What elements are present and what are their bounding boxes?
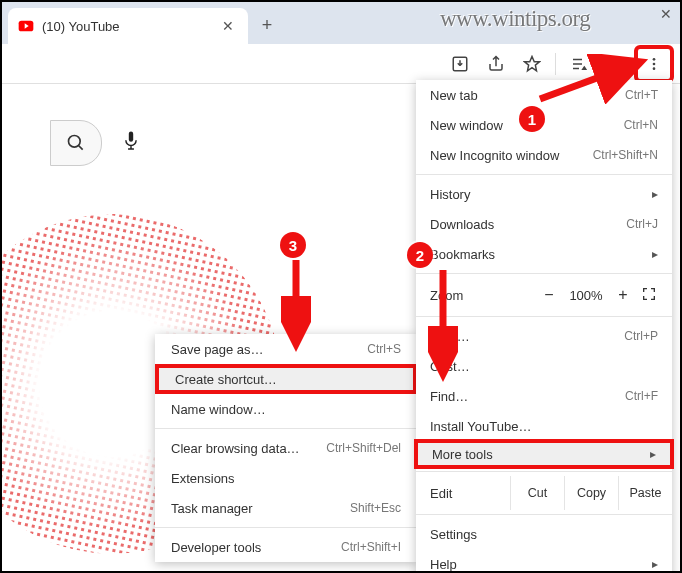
menu-edit-row: Edit Cut Copy Paste [416, 476, 672, 510]
annotation-arrow-2 [428, 270, 458, 390]
tab-strip: (10) YouTube ✕ + ✕ [2, 2, 680, 44]
zoom-out-button[interactable]: − [536, 286, 562, 304]
annotation-arrow-1 [535, 54, 655, 104]
menu-history[interactable]: History▸ [416, 179, 672, 209]
menu-more-tools[interactable]: More tools▸ [414, 439, 674, 469]
menu-help[interactable]: Help▸ [416, 549, 672, 573]
zoom-in-button[interactable]: + [610, 286, 636, 304]
menu-install-youtube[interactable]: Install YouTube… [416, 411, 672, 441]
submenu-extensions[interactable]: Extensions [155, 463, 417, 493]
annotation-2: 2 [407, 242, 433, 268]
annotation-3: 3 [280, 232, 306, 258]
menu-downloads[interactable]: DownloadsCtrl+J [416, 209, 672, 239]
zoom-level-value: 100% [562, 288, 610, 303]
annotation-arrow-3 [281, 260, 311, 360]
submenu-clear-browsing-data[interactable]: Clear browsing data…Ctrl+Shift+Del [155, 433, 417, 463]
menu-settings[interactable]: Settings [416, 519, 672, 549]
share-icon[interactable] [479, 47, 513, 81]
annotation-1: 1 [519, 106, 545, 132]
window-close-icon[interactable]: ✕ [660, 6, 672, 22]
tab-title: (10) YouTube [42, 19, 210, 34]
search-button[interactable] [50, 120, 102, 166]
close-tab-icon[interactable]: ✕ [218, 18, 238, 34]
edit-label: Edit [416, 476, 510, 510]
edit-copy-button[interactable]: Copy [564, 476, 618, 510]
fullscreen-icon[interactable] [636, 286, 662, 305]
svg-rect-10 [129, 131, 133, 141]
edit-paste-button[interactable]: Paste [618, 476, 672, 510]
more-tools-submenu: Save page as…Ctrl+S Create shortcut… Nam… [155, 334, 417, 562]
install-app-icon[interactable] [443, 47, 477, 81]
menu-new-incognito[interactable]: New Incognito windowCtrl+Shift+N [416, 140, 672, 170]
submenu-task-manager[interactable]: Task managerShift+Esc [155, 493, 417, 523]
edit-cut-button[interactable]: Cut [510, 476, 564, 510]
new-tab-button[interactable]: + [252, 10, 282, 40]
submenu-create-shortcut[interactable]: Create shortcut… [155, 364, 417, 394]
voice-search-icon[interactable] [122, 130, 140, 157]
youtube-icon [18, 18, 34, 34]
svg-point-8 [69, 136, 81, 148]
svg-line-9 [79, 146, 83, 150]
submenu-developer-tools[interactable]: Developer toolsCtrl+Shift+I [155, 532, 417, 562]
submenu-name-window[interactable]: Name window… [155, 394, 417, 424]
browser-tab-youtube[interactable]: (10) YouTube ✕ [8, 8, 248, 44]
menu-bookmarks[interactable]: Bookmarks▸ [416, 239, 672, 269]
